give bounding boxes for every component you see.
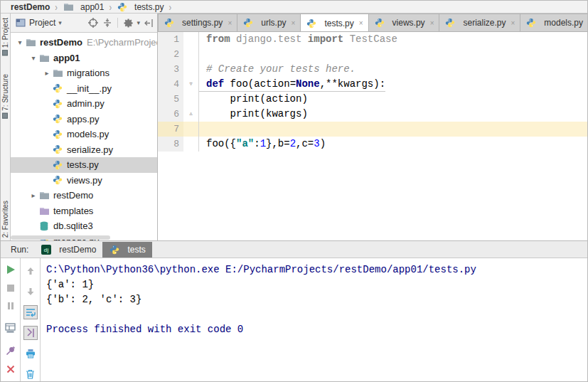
restore-layout-icon[interactable] xyxy=(4,322,18,334)
close-tab-icon[interactable]: × xyxy=(511,19,515,27)
tool-window-button-1-Project[interactable]: 1: Project xyxy=(1,18,9,55)
console-line: C:\Python\Python36\python.exe E:/Pycharm… xyxy=(46,262,587,277)
close-tab-icon[interactable]: × xyxy=(430,19,434,27)
rerun-icon[interactable] xyxy=(4,264,18,275)
tree-item-admin-py[interactable]: admin.py xyxy=(11,96,157,112)
tool-window-button-7-Structure[interactable]: 7: Structure xyxy=(1,74,9,119)
run-label: Run: xyxy=(11,245,28,258)
tree-item-tests-py[interactable]: tests.py xyxy=(11,157,157,173)
code-text: print(kwargs) xyxy=(199,107,308,122)
gear-icon[interactable] xyxy=(122,17,134,28)
tree-item-restDemo[interactable]: ▾restDemoE:\PycharmProjec xyxy=(11,35,157,51)
tree-item-label: __init__.py xyxy=(67,83,112,94)
gear-dropdown-caret-icon[interactable]: ▾ xyxy=(137,19,140,26)
fold-close-icon[interactable]: ▵ xyxy=(183,107,199,122)
close-tab-icon[interactable]: × xyxy=(228,19,232,27)
tree-item-db-sqlite3[interactable]: db.sqlite3 xyxy=(11,218,157,234)
code-text: from django.test import TestCase xyxy=(199,32,397,47)
pause-icon[interactable] xyxy=(4,301,18,311)
run-header: Run: djrestDemotests xyxy=(1,241,587,258)
breadcrumb-separator-icon: › xyxy=(169,1,171,13)
tree-item-templates[interactable]: templates xyxy=(11,203,157,219)
run-body: ? C:\Python\Python36\python.exe E:/Pycha… xyxy=(1,258,587,381)
run-tab-tests[interactable]: tests xyxy=(102,242,151,258)
breadcrumb-separator-icon: › xyxy=(109,1,112,13)
line-number: 7 xyxy=(158,122,183,137)
chevron-down-icon[interactable]: ▾ xyxy=(15,38,25,46)
tree-item-apps-py[interactable]: apps.py xyxy=(11,112,157,127)
python-icon xyxy=(52,144,63,155)
down-stack-icon[interactable] xyxy=(23,285,38,299)
clear-icon[interactable] xyxy=(23,367,38,381)
close-tab-icon[interactable]: × xyxy=(292,19,296,27)
print-icon[interactable] xyxy=(23,346,38,361)
chevron-right-icon[interactable]: ▸ xyxy=(42,69,52,77)
collapse-all-icon[interactable] xyxy=(102,17,113,28)
tree-item-migrations[interactable]: ▸migrations xyxy=(11,65,157,81)
close-icon[interactable] xyxy=(4,364,18,374)
stop-icon[interactable] xyxy=(4,283,18,293)
code-line-6[interactable]: 6▵ print(kwargs) xyxy=(158,107,587,122)
breadcrumb-item-tests-py[interactable]: tests.py xyxy=(115,1,165,13)
fold-gutter xyxy=(183,32,199,47)
scroll-end-icon[interactable] xyxy=(23,326,38,340)
tool-window-button-2-Favorites[interactable]: 2: Favorites xyxy=(1,201,9,238)
code-token: },b= xyxy=(266,138,290,149)
editor-tab-label: settings.py xyxy=(182,18,223,28)
tree-item-models-py[interactable]: models.py xyxy=(11,127,157,142)
fold-gutter xyxy=(183,122,199,137)
editor-tab-urls-py[interactable]: urls.py× xyxy=(237,14,301,31)
up-stack-icon[interactable] xyxy=(23,264,38,278)
console-line xyxy=(46,307,587,322)
tree-item-views-py[interactable]: views.py xyxy=(11,173,157,189)
tree-item-label: apps.py xyxy=(67,114,100,124)
tree-item-serialize-py[interactable]: serialize.py xyxy=(11,142,157,158)
code-token: 1 xyxy=(260,138,266,149)
editor-tab-settings-py[interactable]: settings.py× xyxy=(158,14,237,31)
soft-wrap-icon[interactable] xyxy=(23,305,38,319)
python-icon xyxy=(164,17,175,28)
breadcrumb-label: restDemo xyxy=(11,2,50,12)
editor-tab-models-py[interactable]: models.py× xyxy=(520,14,587,31)
editor-tab-serialize-py[interactable]: serialize.py× xyxy=(439,14,520,31)
locate-icon[interactable] xyxy=(87,17,99,28)
code-token: import xyxy=(308,33,343,45)
editor-tab-tests-py[interactable]: tests.py× xyxy=(300,14,368,32)
breadcrumb-item-restDemo[interactable]: restDemo xyxy=(9,2,51,12)
fold-gutter xyxy=(183,47,199,62)
pycharm-window: restDemo›app01›tests.py› 1: Project7: St… xyxy=(0,0,588,382)
code-line-7[interactable]: 7 xyxy=(158,122,587,137)
project-dropdown-caret-icon[interactable]: ▾ xyxy=(58,19,62,26)
code-token: print(action) xyxy=(206,93,308,105)
code-line-1[interactable]: 1from django.test import TestCase xyxy=(158,32,587,47)
horizontal-scrollbar[interactable] xyxy=(11,235,110,240)
code-line-2[interactable]: 2 xyxy=(158,47,587,62)
editor-tab-views-py[interactable]: views.py× xyxy=(368,14,440,31)
tree-item-app01[interactable]: ▾app01 xyxy=(11,51,157,66)
tree-item-restDemo[interactable]: ▸restDemo xyxy=(11,188,157,203)
console-output[interactable]: C:\Python\Python36\python.exe E:/Pycharm… xyxy=(41,258,587,381)
chevron-right-icon[interactable]: ▸ xyxy=(28,191,38,199)
code-line-4[interactable]: 4▿def foo(action=None,**kwargs): xyxy=(158,77,587,92)
project-panel-title[interactable]: Project xyxy=(29,18,55,28)
close-tab-icon[interactable]: × xyxy=(359,19,363,27)
chevron-down-icon[interactable]: ▾ xyxy=(28,54,38,62)
code-line-3[interactable]: 3# Create your tests here. xyxy=(158,62,587,77)
breadcrumb-separator-icon: › xyxy=(55,1,58,13)
pin-icon[interactable] xyxy=(4,345,18,356)
code-editor[interactable]: 1from django.test import TestCase23# Cre… xyxy=(158,32,587,240)
folder-icon xyxy=(25,37,36,48)
run-tab-restDemo[interactable]: djrestDemo xyxy=(34,242,102,258)
tool-window-button-label: 2: Favorites xyxy=(1,201,9,238)
breadcrumb-item-app01[interactable]: app01 xyxy=(61,1,105,13)
run-tab-label: tests xyxy=(127,245,145,255)
fold-open-icon[interactable]: ▿ xyxy=(183,77,199,92)
hide-panel-icon[interactable] xyxy=(143,17,154,28)
code-text: def foo(action=None,**kwargs): xyxy=(199,77,385,92)
code-line-8[interactable]: 8foo({"a":1},b=2,c=3) xyxy=(158,137,587,152)
tree-item-__init__-py[interactable]: __init__.py xyxy=(11,81,157,97)
folder-icon xyxy=(38,190,50,201)
tree-item-path: E:\PycharmProjec xyxy=(87,37,157,48)
code-line-5[interactable]: 5 print(action) xyxy=(158,92,587,107)
code-token: def xyxy=(206,78,224,90)
